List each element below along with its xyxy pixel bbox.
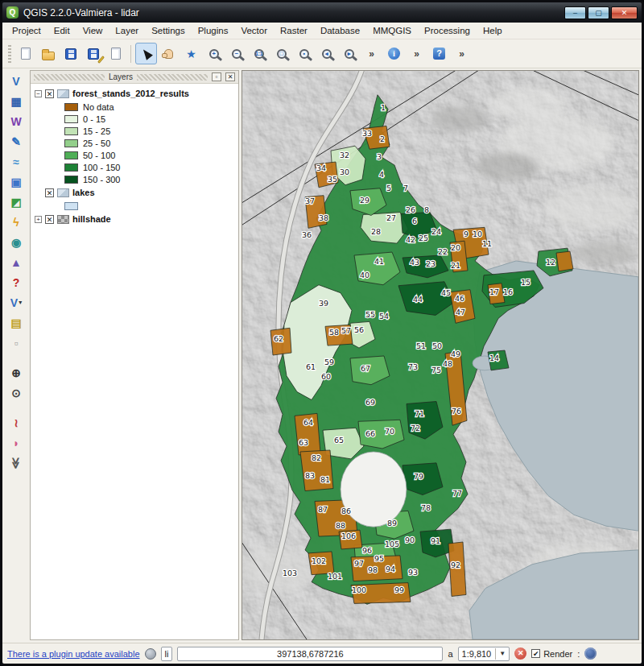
stand-label-33: 33	[362, 129, 372, 138]
plugin-update-link[interactable]: There is a plugin update available	[7, 649, 140, 659]
plugin-icon[interactable]	[145, 648, 156, 660]
close-button[interactable]: ✕	[611, 6, 638, 19]
titlebar[interactable]: Q QGIS 2.2.0-Valmiera - lidar – ▢ ✕	[2, 2, 642, 23]
quick-tool-button[interactable]: ϟ	[6, 212, 27, 232]
map-canvas[interactable]: 1332323343043557372926838276249103628422…	[242, 71, 638, 639]
layer-name-hillshade[interactable]: hillshade	[72, 214, 111, 224]
coordinate-field[interactable]: 397138,6787216	[177, 647, 443, 661]
layers-panel-header[interactable]: Layers ▫ ✕	[31, 71, 238, 84]
menu-edit[interactable]: Edit	[47, 24, 76, 37]
side-toolbar-overflow-button[interactable]: ≫	[6, 453, 27, 473]
road-graph-button[interactable]: ≀	[6, 412, 27, 432]
layer-stack-button[interactable]: ▤	[6, 312, 27, 333]
panel-drag-handle[interactable]	[34, 74, 105, 81]
legend-swatch	[64, 139, 78, 147]
expander-icon[interactable]: +	[35, 216, 42, 223]
toolbar-drag-handle[interactable]	[8, 45, 11, 63]
menu-plugins[interactable]: Plugins	[192, 24, 235, 37]
layer-checkbox[interactable]: ✕	[45, 215, 54, 224]
stand-label-51: 51	[416, 341, 426, 350]
map-tips-icon: ▣	[10, 176, 21, 188]
menu-raster[interactable]: Raster	[274, 24, 314, 37]
gps-crosshair-button[interactable]: ⊕	[6, 362, 27, 383]
topology-button[interactable]: ▲	[6, 252, 27, 272]
zoom-full-button[interactable]: □	[270, 43, 292, 64]
interpolation-button[interactable]: ≈	[6, 151, 27, 172]
stand-label-47: 47	[456, 308, 465, 316]
add-vector-layer-button[interactable]: V	[6, 71, 27, 91]
stand-label-35: 35	[328, 175, 337, 184]
new-print-composer-button[interactable]	[105, 43, 126, 64]
layer-row-forest[interactable]: − ✕ forest_stands_2012_results	[31, 86, 238, 101]
stand-label-24: 24	[431, 227, 441, 236]
zoom-last-button[interactable]: ◂	[316, 43, 337, 64]
zoom-last-icon: ◂	[322, 49, 332, 59]
panel-float-button[interactable]: ▫	[212, 72, 221, 81]
maximize-button[interactable]: ▢	[588, 6, 609, 19]
layers-panel-title: Layers	[109, 72, 133, 81]
stand-label-26: 26	[406, 205, 415, 214]
save-project-button[interactable]	[60, 43, 81, 64]
menu-mmqgis[interactable]: MMQGIS	[366, 24, 418, 37]
menu-settings[interactable]: Settings	[145, 24, 192, 37]
geometry-tool-button[interactable]: ◗	[6, 432, 27, 453]
stop-render-icon[interactable]: ✕	[514, 647, 526, 660]
zoom-out-button[interactable]: −	[225, 43, 247, 64]
pan-map-button[interactable]	[158, 43, 180, 64]
menu-processing[interactable]: Processing	[418, 24, 477, 37]
menu-database[interactable]: Database	[314, 24, 366, 37]
stand-label-94: 94	[386, 565, 395, 573]
layer-checkbox[interactable]: ✕	[45, 89, 54, 98]
minimize-button[interactable]: –	[564, 6, 586, 19]
stand-label-70: 70	[385, 427, 394, 436]
move-canvas-button[interactable]: ★	[180, 43, 202, 64]
web-plugin-button[interactable]: ◉	[6, 232, 27, 252]
add-raster-layer-button[interactable]: ▦	[6, 91, 27, 111]
add-wms-layer-button[interactable]: W	[6, 111, 27, 131]
help-button[interactable]: ?	[428, 43, 450, 64]
menu-help[interactable]: Help	[477, 24, 509, 37]
gps-tracker-button[interactable]: ⊙	[6, 383, 27, 403]
layer-checkbox[interactable]: ✕	[45, 188, 54, 197]
toolbar-overflow-1[interactable]: »	[361, 43, 382, 64]
add-group-button[interactable]: ◩	[6, 192, 27, 212]
stand-label-56: 56	[354, 325, 364, 334]
pan-select-button[interactable]	[135, 43, 157, 64]
toolbar-overflow-2-icon: »	[414, 48, 419, 60]
panel-close-button[interactable]: ✕	[225, 72, 235, 81]
blank-tool-button[interactable]: ▫	[6, 333, 27, 353]
menu-vector[interactable]: Vector	[234, 24, 274, 37]
layer-row-hillshade[interactable]: + ✕ hillshade	[31, 212, 238, 226]
web-plugin-icon: ◉	[11, 237, 21, 248]
open-project-button[interactable]	[37, 43, 59, 64]
toolbar-overflow-3[interactable]: »	[451, 43, 473, 64]
save-project-as-button[interactable]	[82, 43, 104, 64]
panel-drag-handle-2[interactable]	[137, 74, 208, 81]
crs-status-icon[interactable]	[584, 647, 597, 660]
new-project-button[interactable]	[14, 43, 36, 64]
layer-name-lakes[interactable]: lakes	[72, 188, 95, 197]
identify-features-button[interactable]: i	[383, 43, 405, 64]
stand-label-9: 9	[464, 230, 469, 238]
annotation-button[interactable]: ✎	[6, 131, 27, 151]
coordinate-prefix-field[interactable]: li	[161, 647, 173, 661]
query-button[interactable]: ?	[6, 272, 27, 292]
chevron-down-icon[interactable]: ▼	[495, 648, 506, 660]
scale-combo[interactable]: 1:9,810 ▼	[458, 647, 510, 661]
digitize-dropdown-button[interactable]: V▾	[6, 292, 27, 312]
map-tips-button[interactable]: ▣	[6, 172, 27, 192]
menu-layer[interactable]: Layer	[109, 24, 145, 37]
zoom-native-button[interactable]: 1:1	[248, 43, 270, 64]
menu-project[interactable]: Project	[6, 24, 47, 37]
zoom-to-selection-button[interactable]: ▪	[293, 43, 315, 64]
digitize-dropdown-icon: V	[10, 297, 18, 308]
render-toggle[interactable]: ✔ Render	[531, 649, 572, 659]
toolbar-overflow-2[interactable]: »	[406, 43, 427, 64]
layer-row-lakes[interactable]: ✕ lakes	[31, 185, 238, 200]
zoom-next-button[interactable]: ▸	[338, 43, 360, 64]
layer-name-forest[interactable]: forest_stands_2012_results	[72, 89, 189, 98]
render-checkbox[interactable]: ✔	[531, 649, 540, 658]
expander-icon[interactable]: −	[35, 90, 42, 97]
zoom-in-button[interactable]: +	[203, 43, 225, 64]
menu-view[interactable]: View	[76, 24, 109, 37]
